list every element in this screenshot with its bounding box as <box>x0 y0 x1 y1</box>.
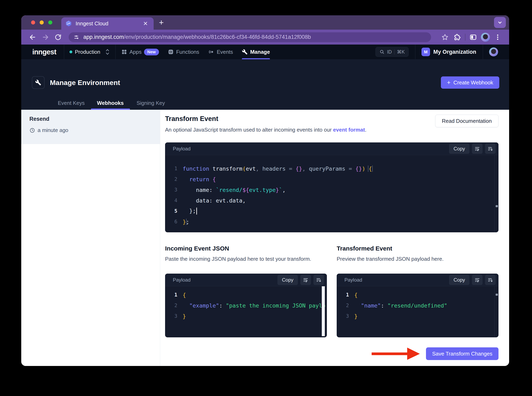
nav-item-functions-label: Functions <box>176 49 199 55</box>
user-avatar[interactable] <box>489 47 498 56</box>
nav-item-apps[interactable]: Apps New <box>121 49 159 55</box>
bookmark-button[interactable] <box>440 33 450 42</box>
environment-selector[interactable]: Production <box>69 48 110 55</box>
copy-button[interactable]: Copy <box>449 144 469 154</box>
address-bar[interactable]: app.inngest.com/env/production/manage/we… <box>69 32 431 42</box>
line-number: 3 <box>165 187 177 193</box>
tab-webhooks[interactable]: Webhooks <box>91 96 130 110</box>
zoom-window-button[interactable] <box>48 20 52 24</box>
event-format-link[interactable]: event format <box>333 127 365 133</box>
forward-button[interactable] <box>41 33 50 42</box>
transformed-event-editor[interactable]: Payload Copy <box>337 274 498 337</box>
scrollbar-thumb[interactable] <box>496 205 498 207</box>
code-line: 1{ <box>165 290 327 300</box>
browser-profile-avatar[interactable] <box>481 33 490 42</box>
create-webhook-button[interactable]: + Create Webhook <box>441 76 499 89</box>
org-avatar: M <box>422 48 430 56</box>
org-name: My Organization <box>433 49 476 55</box>
code-line: 1{ <box>337 290 498 300</box>
line-number: 4 <box>165 198 177 203</box>
tab-signing-key[interactable]: Signing Key <box>131 96 171 110</box>
code-line-content: { <box>183 292 327 298</box>
search-button[interactable]: ID ⌘K <box>376 47 409 57</box>
code-line-content: { <box>354 292 498 298</box>
editor-label: Payload <box>173 146 191 151</box>
side-panel-button[interactable] <box>469 33 478 42</box>
sort-down-icon <box>316 277 322 283</box>
line-number: 2 <box>165 303 177 308</box>
close-window-button[interactable] <box>31 20 35 24</box>
nav-item-events[interactable]: Events <box>208 49 233 55</box>
code-line: 4 data: evt.data, <box>165 195 498 206</box>
line-number: 6 <box>165 219 177 225</box>
reload-button[interactable] <box>53 33 63 42</box>
clock-icon <box>29 128 35 133</box>
incoming-json-editor[interactable]: Payload Copy <box>165 274 327 337</box>
code-line-content: "name": "resend/undefined" <box>354 303 498 309</box>
browser-menu-button[interactable] <box>493 33 502 42</box>
word-wrap-button[interactable] <box>300 275 311 285</box>
code-area[interactable]: 1{2 "name": "resend/undefined"3} <box>337 286 498 321</box>
manage-icon-box <box>32 76 45 89</box>
transformed-event-description: Preview the transformed JSON payload her… <box>337 256 498 262</box>
tab-webhooks-label: Webhooks <box>97 100 124 106</box>
browser-tab-strip: Inngest Cloud ✕ + <box>21 15 509 30</box>
scrollbar-thumb[interactable] <box>496 294 498 296</box>
section-title: Transform Event <box>165 115 366 123</box>
active-tab-underline <box>91 109 130 110</box>
inngest-logo[interactable]: inngest <box>32 48 56 56</box>
side-panel-icon <box>469 34 477 41</box>
browser-tab[interactable]: Inngest Cloud ✕ <box>61 17 154 30</box>
tab-close-icon[interactable]: ✕ <box>141 20 150 27</box>
word-wrap-icon <box>474 146 480 151</box>
editor-scrollbar[interactable] <box>322 286 325 336</box>
webhook-list-item[interactable]: Resend a minute ago <box>21 110 160 144</box>
transform-code-editor[interactable]: Payload Copy 1function transform(evt, he… <box>165 142 498 232</box>
site-settings-icon <box>74 34 80 41</box>
search-id-label: ID <box>387 49 392 55</box>
minimize-window-button[interactable] <box>40 20 44 24</box>
tab-list-button[interactable] <box>494 17 506 28</box>
copy-button[interactable]: Copy <box>449 275 469 285</box>
copy-button[interactable]: Copy <box>278 275 298 285</box>
line-number: 1 <box>165 166 177 171</box>
code-line-content: function transform(evt, headers = {}, qu… <box>183 165 498 172</box>
word-wrap-button[interactable] <box>472 144 483 154</box>
url-text: app.inngest.com/env/production/manage/we… <box>83 34 311 40</box>
page-title: Manage Environment <box>50 79 120 87</box>
code-line: 2 "name": "resend/undefined" <box>337 300 498 311</box>
back-button[interactable] <box>28 33 37 42</box>
code-line: 2 return { <box>165 174 498 185</box>
tab-event-keys[interactable]: Event Keys <box>52 96 91 110</box>
org-switcher[interactable]: M My Organization <box>422 48 476 56</box>
editor-scrollbar[interactable] <box>494 155 498 232</box>
format-code-button[interactable] <box>485 275 496 285</box>
desktop-background: Inngest Cloud ✕ + app.inngest.com/env/pr… <box>0 0 532 396</box>
code-area[interactable]: 1function transform(evt, headers = {}, q… <box>165 155 498 227</box>
active-nav-underline <box>242 58 270 59</box>
code-line: 3} <box>337 311 498 321</box>
star-icon <box>441 34 449 41</box>
code-line-content: return { <box>183 176 498 182</box>
save-transform-changes-button[interactable]: Save Transform Changes <box>426 347 498 360</box>
nav-item-functions[interactable]: Functions <box>168 49 199 55</box>
transformed-event-title: Transformed Event <box>337 245 498 252</box>
app-navbar: inngest Production Apps New Functions Ev… <box>21 45 509 59</box>
editor-scrollbar[interactable] <box>494 286 498 337</box>
format-code-button[interactable] <box>485 144 496 154</box>
search-divider <box>394 49 394 55</box>
code-area[interactable]: 1{2 "example": "paste the incoming JSON … <box>165 286 327 321</box>
url-domain: app.inngest.com <box>83 34 124 40</box>
wrench-icon <box>35 80 41 86</box>
extensions-button[interactable] <box>453 33 462 42</box>
sort-down-icon <box>487 146 493 151</box>
new-tab-button[interactable]: + <box>159 18 164 27</box>
format-code-button[interactable] <box>313 275 324 285</box>
code-line-content: }; <box>183 219 498 225</box>
navbar-divider <box>415 45 415 59</box>
incoming-json-title: Incoming Event JSON <box>165 245 327 252</box>
word-wrap-button[interactable] <box>472 275 483 285</box>
navbar-divider <box>64 45 64 59</box>
nav-item-manage[interactable]: Manage <box>242 45 270 59</box>
read-documentation-button[interactable]: Read Documentation <box>435 115 498 127</box>
